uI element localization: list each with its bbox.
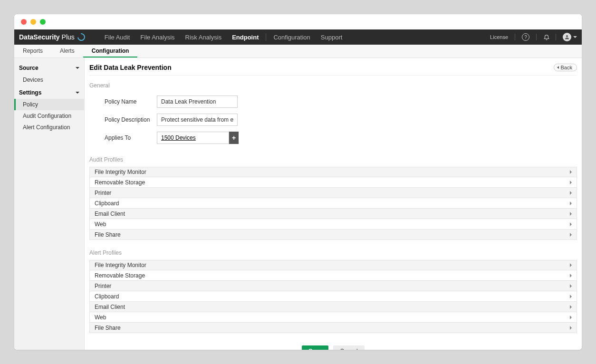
caret-down-icon	[573, 36, 577, 38]
mac-titlebar	[14, 14, 582, 29]
section-general-title: General	[89, 79, 577, 93]
label-policy-name: Policy Name	[105, 98, 157, 105]
help-icon[interactable]: ?	[522, 33, 529, 41]
row-policy-description: Policy Description	[89, 111, 577, 129]
alert-row-file-share[interactable]: File Share	[89, 323, 577, 333]
svg-point-0	[566, 35, 568, 37]
nav-separator	[266, 33, 266, 41]
chevron-right-icon	[570, 170, 572, 174]
alert-row-printer[interactable]: Printer	[89, 281, 577, 291]
chevron-right-icon	[570, 326, 572, 330]
sidebar-item-devices[interactable]: Devices	[14, 74, 84, 86]
audit-profiles-list: File Integrity MonitorRemovable StorageP…	[89, 167, 577, 240]
applies-to-group: 1500 Devices +	[157, 132, 239, 144]
profile-label: Clipboard	[95, 200, 119, 207]
nav-endpoint[interactable]: Endpoint	[227, 29, 264, 45]
input-policy-description[interactable]	[157, 114, 238, 126]
audit-row-file-share[interactable]: File Share	[89, 230, 577, 240]
sidebar-group-settings[interactable]: Settings	[14, 86, 84, 99]
sidebar: Source Devices Settings Policy Audit Con…	[14, 58, 85, 350]
top-separator-2	[536, 34, 537, 40]
section-audit-title: Audit Profiles	[89, 153, 577, 167]
nav-risk-analysis[interactable]: Risk Analysis	[180, 29, 227, 45]
top-bar: DataSecurity Plus File Audit File Analys…	[14, 29, 582, 45]
alert-row-file-integrity-monitor[interactable]: File Integrity Monitor	[89, 260, 577, 270]
sidebar-item-alert-configuration[interactable]: Alert Configuration	[14, 122, 84, 133]
alert-row-email-client[interactable]: Email Client	[89, 302, 577, 312]
chevron-right-icon	[570, 181, 572, 184]
audit-row-web[interactable]: Web	[89, 219, 577, 230]
sidebar-group-label: Source	[19, 65, 38, 71]
sidebar-item-audit-configuration[interactable]: Audit Configuration	[14, 110, 84, 122]
chevron-right-icon	[570, 284, 572, 288]
subnav-configuration[interactable]: Configuration	[83, 45, 138, 57]
profile-label: File Integrity Monitor	[95, 262, 146, 268]
profile-label: File Share	[95, 325, 121, 331]
chevron-right-icon	[570, 305, 572, 309]
user-menu[interactable]	[563, 33, 577, 41]
section-alert-title: Alert Profiles	[89, 247, 577, 260]
subnav-reports[interactable]: Reports	[14, 45, 51, 57]
sidebar-item-policy[interactable]: Policy	[14, 99, 84, 110]
sidebar-group-source[interactable]: Source	[14, 61, 84, 74]
button-row: Save Cancel	[89, 340, 577, 350]
row-applies-to: Applies To 1500 Devices +	[89, 129, 577, 147]
alert-row-removable-storage[interactable]: Removable Storage	[89, 270, 577, 281]
sidebar-group-label: Settings	[19, 89, 41, 96]
body: Source Devices Settings Policy Audit Con…	[14, 58, 582, 350]
input-policy-name[interactable]	[157, 96, 238, 108]
nav-support[interactable]: Support	[316, 29, 348, 45]
profile-label: File Integrity Monitor	[95, 169, 146, 175]
close-window-dot[interactable]	[21, 19, 27, 25]
chevron-left-icon	[557, 66, 559, 69]
page-title: Edit Data Leak Prevention	[89, 64, 172, 71]
page-header: Edit Data Leak Prevention Back	[89, 62, 577, 76]
profile-label: Web	[95, 314, 106, 321]
caret-down-icon	[76, 92, 79, 94]
profile-label: Removable Storage	[95, 179, 145, 186]
chevron-right-icon	[570, 263, 572, 267]
user-avatar-icon	[563, 33, 571, 41]
nav-configuration[interactable]: Configuration	[268, 29, 315, 45]
brand-light: Plus	[62, 33, 75, 41]
profile-label: Printer	[95, 283, 111, 289]
back-label: Back	[561, 65, 572, 70]
brand: DataSecurity Plus	[19, 33, 99, 41]
audit-row-clipboard[interactable]: Clipboard	[89, 198, 577, 209]
audit-row-file-integrity-monitor[interactable]: File Integrity Monitor	[89, 167, 577, 177]
sub-nav: Reports Alerts Configuration	[14, 45, 582, 58]
back-button[interactable]: Back	[554, 64, 577, 71]
nav-file-analysis[interactable]: File Analysis	[135, 29, 180, 45]
app-window: DataSecurity Plus File Audit File Analys…	[14, 14, 582, 350]
cancel-button[interactable]: Cancel	[333, 345, 364, 350]
brand-swirl-icon	[76, 32, 87, 43]
bell-icon[interactable]	[543, 34, 549, 40]
alert-row-clipboard[interactable]: Clipboard	[89, 291, 577, 302]
audit-row-removable-storage[interactable]: Removable Storage	[89, 177, 577, 188]
applies-to-add-button[interactable]: +	[229, 132, 239, 144]
top-nav: File Audit File Analysis Risk Analysis E…	[99, 29, 348, 45]
minimize-window-dot[interactable]	[30, 19, 36, 25]
profile-label: Clipboard	[95, 293, 119, 300]
save-button[interactable]: Save	[302, 345, 328, 350]
profile-label: Email Client	[95, 211, 125, 217]
profile-label: Web	[95, 221, 106, 228]
maximize-window-dot[interactable]	[40, 19, 46, 25]
subnav-alerts[interactable]: Alerts	[51, 45, 83, 57]
nav-file-audit[interactable]: File Audit	[99, 29, 135, 45]
alert-row-web[interactable]: Web	[89, 312, 577, 323]
audit-row-email-client[interactable]: Email Client	[89, 209, 577, 219]
chevron-right-icon	[570, 212, 572, 216]
chevron-right-icon	[570, 295, 572, 298]
chevron-right-icon	[570, 222, 572, 226]
chevron-right-icon	[570, 274, 572, 278]
audit-row-printer[interactable]: Printer	[89, 188, 577, 198]
alert-profiles-list: File Integrity MonitorRemovable StorageP…	[89, 260, 577, 333]
license-link[interactable]: License	[490, 34, 508, 40]
profile-label: Email Client	[95, 304, 125, 310]
applies-to-field[interactable]: 1500 Devices	[157, 132, 229, 144]
chevron-right-icon	[570, 191, 572, 195]
top-separator-3	[556, 34, 556, 40]
row-policy-name: Policy Name	[89, 93, 577, 111]
chevron-right-icon	[570, 233, 572, 237]
